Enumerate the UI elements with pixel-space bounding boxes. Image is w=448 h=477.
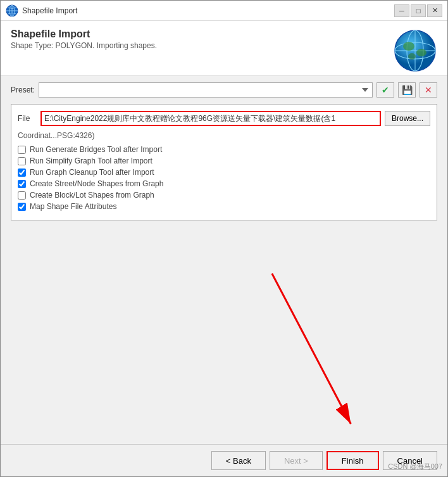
- checkbox-label-cb1[interactable]: Run Generate Bridges Tool after Import: [30, 145, 162, 154]
- preset-select[interactable]: [39, 82, 373, 98]
- watermark: CSDN @海马007: [388, 462, 442, 471]
- checkbox-label-cb5[interactable]: Create Block/Lot Shapes from Graph: [30, 191, 154, 200]
- checkbox-item: Run Graph Cleanup Tool after Import: [18, 168, 430, 177]
- checkbox-cb5[interactable]: [18, 191, 26, 200]
- dialog-title: Shapefile Import: [11, 29, 157, 40]
- minimize-button[interactable]: ─: [394, 4, 409, 17]
- close-button[interactable]: ✕: [427, 4, 442, 17]
- preset-save-button[interactable]: 💾: [398, 82, 416, 98]
- dialog-footer: < Back Next > Finish Cancel: [1, 444, 447, 476]
- checkbox-item: Create Block/Lot Shapes from Graph: [18, 191, 430, 200]
- checkbox-label-cb3[interactable]: Run Graph Cleanup Tool after Import: [30, 168, 154, 177]
- svg-point-9: [403, 42, 414, 51]
- checkbox-cb4[interactable]: [18, 180, 26, 188]
- file-row: File Browse...: [18, 111, 430, 126]
- title-bar: Shapefile Import ─ □ ✕: [1, 1, 447, 21]
- preset-load-button[interactable]: ✔: [376, 82, 394, 98]
- preset-label: Preset:: [11, 86, 35, 94]
- back-button[interactable]: < Back: [211, 451, 266, 470]
- svg-line-13: [272, 273, 351, 423]
- preset-row: Preset: ✔ 💾 ✕: [11, 82, 437, 98]
- checkbox-cb1[interactable]: [18, 146, 26, 154]
- coord-info: Coordinat...PSG:4326): [18, 131, 430, 140]
- checkbox-label-cb2[interactable]: Run Simplify Graph Tool after Import: [30, 156, 152, 165]
- svg-point-10: [416, 49, 426, 56]
- main-window: Shapefile Import ─ □ ✕ Shapefile Import …: [0, 0, 448, 477]
- dialog-body: Preset: ✔ 💾 ✕ File Browse... Coordinat..…: [1, 76, 447, 267]
- arrow-area: [1, 267, 447, 445]
- checkbox-list: Run Generate Bridges Tool after ImportRu…: [18, 145, 430, 211]
- checkbox-item: Run Generate Bridges Tool after Import: [18, 145, 430, 154]
- content-panel: File Browse... Coordinat...PSG:4326) Run…: [11, 104, 437, 220]
- checkbox-item: Create Street/Node Shapes from Graph: [18, 179, 430, 188]
- finish-button[interactable]: Finish: [327, 451, 379, 470]
- app-icon: [6, 4, 18, 17]
- preset-delete-button[interactable]: ✕: [420, 82, 437, 98]
- file-input-wrapper: [40, 111, 381, 126]
- checkbox-cb6[interactable]: [18, 203, 26, 211]
- checkbox-cb3[interactable]: [18, 169, 26, 177]
- checkbox-cb2[interactable]: [18, 157, 26, 165]
- title-bar-left: Shapefile Import: [6, 4, 77, 17]
- next-button[interactable]: Next >: [270, 451, 323, 470]
- file-input[interactable]: [42, 112, 380, 125]
- globe-icon: [393, 29, 437, 73]
- svg-point-11: [408, 53, 416, 60]
- maximize-button[interactable]: □: [411, 4, 426, 17]
- annotation-arrow: [1, 267, 447, 445]
- file-label: File: [18, 114, 37, 123]
- checkbox-item: Map Shape File Attributes: [18, 202, 430, 211]
- checkbox-label-cb6[interactable]: Map Shape File Attributes: [30, 202, 116, 211]
- title-bar-controls: ─ □ ✕: [394, 4, 442, 17]
- title-bar-text: Shapefile Import: [22, 6, 77, 15]
- checkbox-item: Run Simplify Graph Tool after Import: [18, 156, 430, 165]
- checkbox-label-cb4[interactable]: Create Street/Node Shapes from Graph: [30, 179, 163, 188]
- dialog-header: Shapefile Import Shape Type: POLYGON. Im…: [1, 21, 447, 76]
- dialog-subtitle: Shape Type: POLYGON. Importing shapes.: [11, 41, 157, 50]
- dialog-header-text: Shapefile Import Shape Type: POLYGON. Im…: [11, 29, 157, 50]
- browse-button[interactable]: Browse...: [385, 111, 430, 126]
